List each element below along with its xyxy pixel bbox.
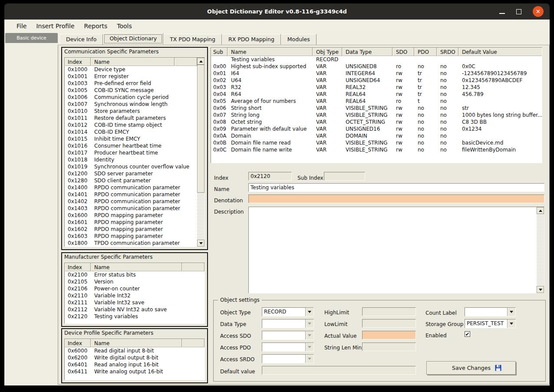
table-row[interactable]: Testing variables RECORD	[211, 56, 542, 63]
list-item[interactable]: 0x1400 RPDO communication parameter	[65, 184, 197, 191]
col-header-index[interactable]: Index	[65, 58, 91, 66]
table-row[interactable]: 0x09 Parameter with default value VAR UN…	[211, 125, 542, 132]
list-item[interactable]: 0x1403 RPDO communication parameter	[65, 205, 197, 212]
chevron-down-icon[interactable]	[507, 308, 515, 316]
object-type-select[interactable]: RECORD	[262, 307, 314, 316]
list-item[interactable]: 0x1017 Producer heartbeat time	[65, 149, 197, 156]
col-header-pdo[interactable]: PDO	[414, 48, 437, 56]
scroll-down-icon[interactable]	[537, 286, 544, 293]
menu-item[interactable]: File	[12, 21, 31, 31]
col-header-srdo[interactable]: SRDO	[437, 48, 458, 56]
list-item[interactable]: 0x1018 Identity	[65, 156, 197, 163]
table-row[interactable]: 0x06 String short VAR VISIBLE_STRING rw …	[211, 105, 542, 112]
table-row[interactable]: 0x0C Domain file name write VAR VISIBLE_…	[211, 146, 542, 153]
col-header-index[interactable]: Index	[65, 339, 91, 347]
list-item[interactable]: 0x1019 Synchronous counter overflow valu…	[65, 163, 197, 170]
scrollbar-thumb[interactable]	[197, 65, 204, 193]
list-item[interactable]: 0x6401 Read analog input 16-bit	[65, 361, 204, 368]
chevron-down-icon	[305, 331, 313, 339]
list-item[interactable]: 0x2111 Variable Int32 save	[65, 299, 204, 306]
name-field[interactable]: Testing variables	[248, 183, 544, 192]
menu-item[interactable]: Tools	[112, 21, 137, 31]
list-item[interactable]: 0x2100 Error status bits	[65, 271, 204, 278]
tab-device-info[interactable]: Device Info	[59, 34, 103, 45]
chevron-down-icon[interactable]	[507, 320, 515, 328]
list-item[interactable]: 0x1402 RPDO communication parameter	[65, 198, 197, 205]
chevron-down-icon[interactable]	[305, 308, 313, 316]
description-scrollbar[interactable]	[537, 207, 544, 293]
table-row[interactable]: 0x08 Octet string VAR OCTET_STRING rw no…	[211, 119, 542, 125]
storage-group-select[interactable]: PERSIST_TEST	[465, 319, 516, 328]
list-item[interactable]: 0x2120 Testing variables	[65, 313, 204, 320]
scrollbar-track[interactable]	[197, 193, 204, 240]
scroll-down-icon[interactable]	[197, 240, 204, 247]
actual-value-field[interactable]	[362, 331, 416, 339]
denotation-field[interactable]	[248, 194, 544, 203]
sidebar-item-basic-device[interactable]: Basic device	[5, 33, 58, 43]
minimize-icon[interactable]	[499, 13, 505, 14]
col-header-obj-type[interactable]: Obj Type	[313, 48, 342, 56]
enabled-checkbox[interactable]: ✔	[465, 331, 470, 337]
col-header-index[interactable]: Index	[65, 263, 91, 271]
table-row[interactable]: 0x05 Average of four numbers VAR REAL64 …	[211, 98, 542, 105]
list-item[interactable]: 0x1012 COB-ID time stamp object	[65, 122, 197, 128]
menu-item[interactable]: Insert Profile	[31, 21, 79, 31]
col-header-data-type[interactable]: Data Type	[342, 48, 392, 56]
col-header-name[interactable]: Name	[228, 48, 313, 56]
list-item[interactable]: 0x1600 RPDO mapping parameter	[65, 212, 197, 219]
save-changes-button[interactable]: Save Changes	[426, 361, 516, 375]
close-icon[interactable]: ✕	[533, 6, 544, 17]
tab-tx-pdo-mapping[interactable]: TX PDO Mapping	[163, 34, 222, 45]
list-item[interactable]: 0x1007 Synchronous window length	[65, 101, 197, 108]
tab-object-dictionary[interactable]: Object Dictionary	[103, 33, 163, 45]
count-label-select[interactable]	[465, 307, 516, 316]
scroll-up-icon[interactable]	[537, 207, 544, 214]
table-row[interactable]: 0x04 R64 VAR REAL64 rw tr no 456.789	[211, 91, 542, 98]
list-item[interactable]: 0x1602 RPDO mapping parameter	[65, 226, 197, 233]
list-item[interactable]: 0x6200 Write digital output 8-bit	[65, 354, 204, 361]
list-item[interactable]: 0x6411 Write analog output 16-bit	[65, 368, 204, 375]
scrollbar-track[interactable]	[537, 214, 544, 286]
list-item[interactable]: 0x1601 RPDO mapping parameter	[65, 219, 197, 226]
list-item[interactable]: 0x2106 Power-on counter	[65, 285, 204, 292]
table-row[interactable]: 0x00 Highest sub-index supported VAR UNS…	[211, 63, 542, 70]
list-item[interactable]: 0x1010 Store parameters	[65, 108, 197, 115]
table-row[interactable]: 0x02 U64 VAR UNSIGNED64 rw tr no 0x12345…	[211, 77, 542, 84]
list-item[interactable]: 0x2105 Version	[65, 278, 204, 285]
list-item[interactable]: 0x1401 RPDO communication parameter	[65, 191, 197, 198]
menu-item[interactable]: Reports	[79, 21, 112, 31]
list-item[interactable]: 0x1014 COB-ID EMCY	[65, 128, 197, 135]
col-header-sub[interactable]: Sub	[211, 48, 228, 56]
table-row[interactable]: 0x0B Domain file name read VAR VISIBLE_S…	[211, 139, 542, 146]
tab-rx-pdo-mapping[interactable]: RX PDO Mapping	[222, 34, 281, 45]
list-item[interactable]: 0x2112 Variable NV Int32 auto save	[65, 306, 204, 313]
list-item[interactable]: 0x2110 Variable Int32	[65, 292, 204, 299]
list-item[interactable]: 0x1001 Error register	[65, 73, 197, 80]
scroll-up-icon[interactable]	[197, 58, 204, 65]
list-item[interactable]: 0x1011 Restore default parameters	[65, 115, 197, 122]
table-row[interactable]: 0x07 String long VAR VISIBLE_STRING rw n…	[211, 112, 542, 119]
list-item[interactable]: 0x1200 SDO server parameter	[65, 170, 197, 177]
col-header-default-value[interactable]: Default Value	[458, 48, 542, 56]
list-item[interactable]: 0x1003 Pre-defined error field	[65, 80, 197, 87]
table-row[interactable]: 0x0A Domain VAR DOMAIN rw no no	[211, 132, 542, 139]
list-item[interactable]: 0x1005 COB-ID SYNC message	[65, 87, 197, 94]
list-item[interactable]: 0x1006 Communication cycle period	[65, 94, 197, 101]
col-header-name[interactable]: Name	[91, 58, 175, 66]
table-row[interactable]: 0x03 R32 VAR REAL32 rw tr no 12.345	[211, 84, 542, 91]
table-row[interactable]: 0x01 I64 VAR INTEGER64 rw tr no -1234567…	[211, 70, 542, 77]
list-item[interactable]: 0x1280 SDO client parameter	[65, 177, 197, 184]
col-header-name[interactable]: Name	[91, 263, 182, 271]
list-item[interactable]: 0x1603 RPDO mapping parameter	[65, 233, 197, 240]
tab-modules[interactable]: Modules	[281, 34, 317, 45]
list-item[interactable]: 0x1800 TPDO communication parameter	[65, 240, 197, 247]
list-item[interactable]: 0x1000 Device type	[65, 66, 197, 73]
communication-scrollbar[interactable]	[197, 58, 204, 247]
maximize-icon[interactable]	[516, 9, 521, 14]
list-item[interactable]: 0x1016 Consumer heartbeat time	[65, 142, 197, 149]
list-item[interactable]: 0x1015 Inhibit time EMCY	[65, 135, 197, 142]
list-item[interactable]: 0x6000 Read digital input 8-bit	[65, 347, 204, 354]
col-header-sdo[interactable]: SDO	[392, 48, 414, 56]
description-field[interactable]	[248, 207, 544, 293]
col-header-name[interactable]: Name	[91, 339, 182, 347]
